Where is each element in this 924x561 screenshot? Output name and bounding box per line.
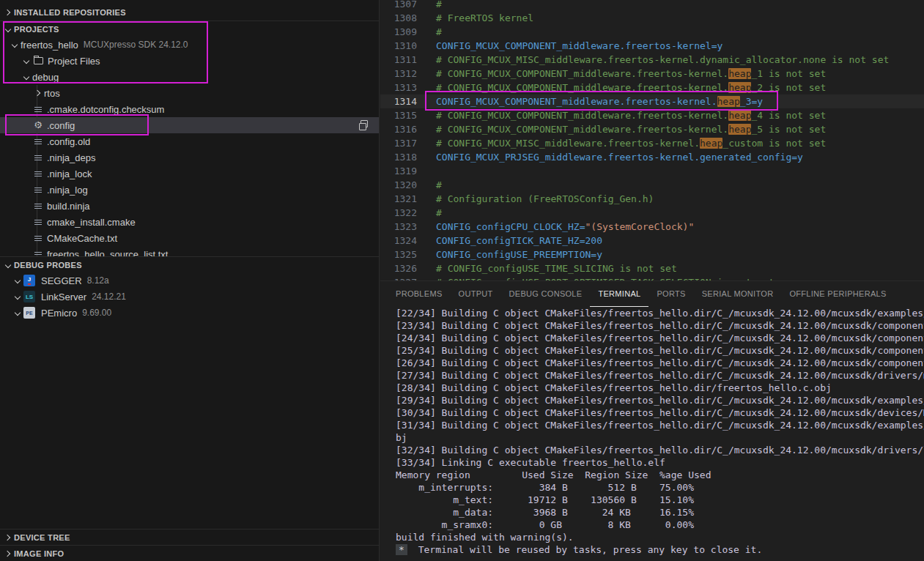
code-line[interactable]: 1307#	[380, 0, 924, 11]
code-line[interactable]: 1326# CONFIG_configUSE_TIME_SLICING is n…	[380, 261, 924, 275]
line-number: 1314	[380, 94, 417, 108]
tree-item-label: freertos_hello_source_list.txt	[47, 249, 168, 257]
chevron-down-icon	[21, 71, 32, 83]
code-text: CONFIG_MCUX_PRJSEG_middleware.freertos-k…	[436, 150, 803, 164]
tree-item-ninja-lock[interactable]: .ninja_lock	[0, 166, 379, 182]
code-text: # CONFIG_MCUX_MISC_middleware.freertos-k…	[436, 136, 826, 150]
code-line[interactable]: 1321# Configuration (FreeRTOSConfig_Gen.…	[380, 192, 924, 206]
code-editor[interactable]: 1307#1308# FreeRTOS kernel1309#1310CONFI…	[380, 0, 924, 280]
terminal-line: [30/34] Building C object CMakeFiles/fre…	[396, 406, 924, 419]
tree-item-label: cmake_install.cmake	[47, 217, 136, 228]
code-line[interactable]: 1312# CONFIG_MCUX_COMPONENT_middleware.f…	[380, 67, 924, 81]
code-token: # CONFIG_MCUX_COMPONENT_middleware.freer…	[436, 82, 728, 93]
code-line[interactable]: 1317# CONFIG_MCUX_MISC_middleware.freert…	[380, 136, 924, 150]
terminal-line: m_interrupts: 384 B 512 B 75.00%	[396, 481, 924, 494]
panel-tab-ports[interactable]: PORTS	[648, 281, 693, 307]
tree-item-ninja-log[interactable]: .ninja_log	[0, 182, 379, 198]
code-token: CONFIG_MCUX_PRJSEG_middleware.freertos-k…	[436, 152, 803, 163]
code-line[interactable]: 1314CONFIG_MCUX_COMPONENT_middleware.fre…	[380, 94, 924, 108]
section-label: IMAGE INFO	[14, 549, 64, 558]
code-token: "(SystemCoreClock)"	[585, 221, 695, 232]
code-line[interactable]: 1324CONFIG_configTICK_RATE_HZ=200	[380, 234, 924, 248]
panel-tab-offline-peripherals[interactable]: OFFLINE PERIPHERALS	[781, 281, 894, 307]
code-text: CONFIG_configUSE_PREEMPTION=y	[436, 248, 602, 261]
panel-tabs: PROBLEMSOUTPUTDEBUG CONSOLETERMINALPORTS…	[380, 281, 924, 307]
code-line[interactable]: 1323CONFIG_configCPU_CLOCK_HZ="(SystemCo…	[380, 220, 924, 234]
tree-item-config-old[interactable]: .config.old	[0, 133, 379, 149]
code-line[interactable]: 1318CONFIG_MCUX_PRJSEG_middleware.freert…	[380, 150, 924, 164]
terminal-line: [32/34] Building C object CMakeFiles/fre…	[396, 444, 924, 456]
debug-probe-list: JSEGGER8.12aLSLinkServer24.12.21PEPEmicr…	[0, 272, 379, 321]
code-text: # CONFIG_configUSE_PORT_OPTIMISED_TASK_S…	[436, 275, 775, 280]
probe-item-linkserver[interactable]: LSLinkServer24.12.21	[0, 289, 379, 305]
probe-version: 9.69.00	[82, 308, 111, 318]
code-token: # Configuration (FreeRTOSConfig_Gen.h)	[436, 193, 654, 204]
tree-item-freertos-hello[interactable]: freertos_helloMCUXpresso SDK 24.12.0	[0, 37, 379, 53]
probe-item-segger[interactable]: JSEGGER8.12a	[0, 272, 379, 289]
tree-item-freertos-hello-source-list-txt[interactable]: freertos_hello_source_list.txt	[0, 246, 379, 256]
code-token: # CONFIG_MCUX_COMPONENT_middleware.freer…	[436, 124, 728, 135]
chevron-down-icon	[21, 55, 32, 67]
search-match-highlight: heap	[728, 124, 751, 135]
code-token: # CONFIG_configUSE_TIME_SLICING is not s…	[436, 263, 677, 274]
terminal-line: [29/34] Building C object CMakeFiles/fre…	[396, 394, 924, 406]
line-number: 1325	[380, 248, 417, 261]
tree-item-config[interactable]: ⚙.config	[0, 117, 379, 133]
panel-tab-serial-monitor[interactable]: SERIAL MONITOR	[694, 281, 782, 307]
terminal-line: [23/34] Building C object CMakeFiles/fre…	[396, 319, 924, 332]
tree-item-ninja-deps[interactable]: .ninja_deps	[0, 149, 379, 166]
code-line[interactable]: 1316# CONFIG_MCUX_COMPONENT_middleware.f…	[380, 122, 924, 136]
panel-tab-debug-console[interactable]: DEBUG CONSOLE	[501, 281, 591, 307]
panel-tab-terminal[interactable]: TERMINAL	[590, 281, 648, 307]
bottom-panel: PROBLEMSOUTPUTDEBUG CONSOLETERMINALPORTS…	[380, 280, 924, 561]
code-line[interactable]: 1325CONFIG_configUSE_PREEMPTION=y	[380, 248, 924, 261]
jlink-icon: J	[23, 275, 35, 286]
terminal-output[interactable]: [22/34] Building C object CMakeFiles/fre…	[380, 307, 924, 561]
code-token: CONFIG_configCPU_CLOCK_HZ=	[436, 221, 585, 232]
section-label: PROJECTS	[14, 25, 59, 34]
code-line[interactable]: 1313# CONFIG_MCUX_COMPONENT_middleware.f…	[380, 81, 924, 94]
section-projects[interactable]: PROJECTS	[0, 21, 379, 37]
code-line[interactable]: 1315# CONFIG_MCUX_COMPONENT_middleware.f…	[380, 108, 924, 122]
tree-item-label: .config	[47, 120, 75, 131]
tree-item-debug[interactable]: debug	[0, 69, 379, 85]
code-line[interactable]: 1308# FreeRTOS kernel	[380, 11, 924, 25]
section-debug-probes[interactable]: DEBUG PROBES	[0, 256, 379, 272]
section-installed-repositories[interactable]: INSTALLED REPOSITORIES	[0, 4, 379, 21]
tree-item-project-files[interactable]: Project Files	[0, 53, 379, 69]
chevron-down-icon	[12, 275, 23, 286]
tree-item-rtos[interactable]: rtos	[0, 85, 379, 101]
terminal-line: [24/34] Building C object CMakeFiles/fre…	[396, 332, 924, 344]
tree-item-build-ninja[interactable]: build.ninja	[0, 198, 379, 214]
code-token: #	[436, 179, 442, 190]
chevron-down-icon	[2, 23, 14, 35]
section-label: INSTALLED REPOSITORIES	[14, 8, 126, 17]
code-line[interactable]: 1310CONFIG_MCUX_COMPONENT_middleware.fre…	[380, 39, 924, 53]
probe-item-pemicro[interactable]: PEPEmicro9.69.00	[0, 305, 379, 321]
chevron-down-icon	[12, 291, 23, 302]
section-image-info[interactable]: IMAGE INFO	[0, 545, 379, 561]
terminal-line: [33/34] Linking C executable freertos_he…	[396, 456, 924, 469]
code-token: # CONFIG_MCUX_COMPONENT_middleware.freer…	[436, 68, 728, 79]
code-token: _1 is not set	[751, 68, 826, 79]
code-token: CONFIG_configUSE_PREEMPTION=y	[436, 249, 602, 260]
code-text: # FreeRTOS kernel	[436, 11, 533, 25]
line-number: 1318	[380, 150, 417, 164]
terminal-line: [22/34] Building C object CMakeFiles/fre…	[396, 307, 924, 319]
tree-item-cmake-install-cmake[interactable]: cmake_install.cmake	[0, 214, 379, 230]
tree-item-cmakecache-txt[interactable]: CMakeCache.txt	[0, 230, 379, 246]
code-line[interactable]: 1320#	[380, 178, 924, 192]
terminal-line: build finished with warning(s).	[396, 531, 924, 543]
copy-icon[interactable]	[358, 120, 369, 130]
section-device-tree[interactable]: DEVICE TREE	[0, 529, 379, 545]
code-line[interactable]: 1319	[380, 164, 924, 178]
file-icon	[34, 168, 42, 179]
panel-tab-output[interactable]: OUTPUT	[451, 281, 501, 307]
code-line[interactable]: 1311# CONFIG_MCUX_MISC_middleware.freert…	[380, 53, 924, 67]
panel-tab-problems[interactable]: PROBLEMS	[388, 281, 451, 307]
file-icon	[34, 233, 42, 243]
code-line[interactable]: 1327# CONFIG_configUSE_PORT_OPTIMISED_TA…	[380, 275, 924, 280]
code-line[interactable]: 1322#	[380, 206, 924, 220]
code-line[interactable]: 1309#	[380, 25, 924, 39]
tree-item-cmake-dotconfig-checksum[interactable]: .cmake.dotconfig.checksum	[0, 101, 379, 117]
